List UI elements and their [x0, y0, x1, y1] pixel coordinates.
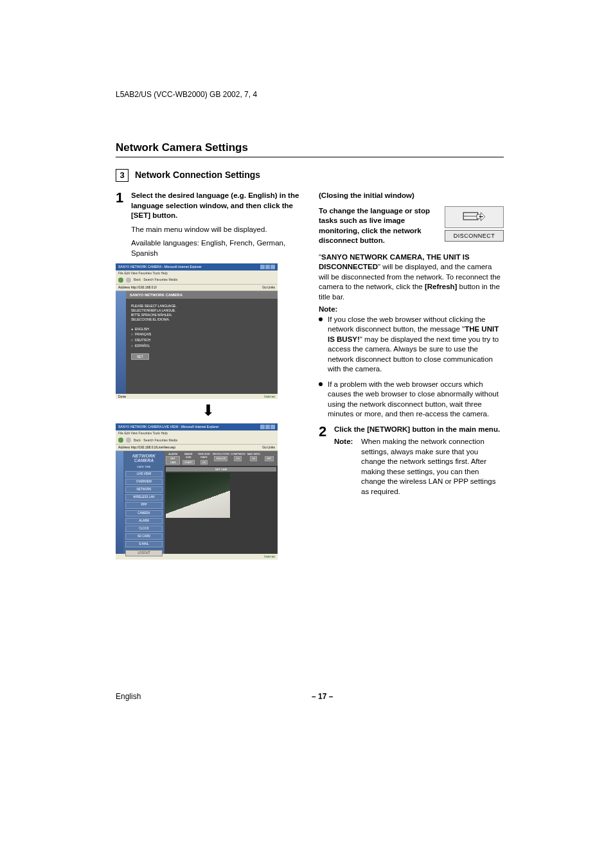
- ss1-sidebar: [116, 291, 126, 394]
- ss1-toolbar: Back · Search Favorites Media: [116, 276, 278, 285]
- ss2-window-buttons: [260, 425, 275, 429]
- ss2-main: ALARMSET CAM IMAGE SIZESTART REFLESH RAT…: [164, 451, 278, 554]
- note-bullet-2: If a problem with the web browser occurs…: [319, 380, 504, 420]
- ss2-logout: LOGOUT: [125, 550, 163, 556]
- ss1-title: SANYO NETWORK CAMERA - Microsoft Interne…: [118, 265, 202, 269]
- ss2-menu-sdcard: SD CARD: [125, 533, 163, 540]
- step-1-line-2: Available languages: English, French, Ge…: [131, 238, 301, 258]
- ss2-menu-email: E-MAIL: [125, 541, 163, 547]
- note-label: Note:: [319, 305, 504, 315]
- step-2-number: 2: [319, 425, 329, 497]
- ss2-menu-camera: CAMERA: [125, 510, 163, 517]
- subtitle-text: Network Connection Settings: [135, 170, 260, 180]
- ss1-opt-french: FRANÇAIS: [131, 332, 272, 337]
- step-2-note-body: When making the network connection setti…: [361, 437, 504, 497]
- step-1-heading: Select the desired language (e.g. Englis…: [131, 191, 299, 219]
- disconnect-icon: [445, 206, 504, 228]
- screenshot-language-select: SANYO NETWORK CAMERA - Microsoft Interne…: [116, 263, 278, 399]
- arrow-down-icon: ⬇: [116, 403, 301, 418]
- note-bullet-1: If you close the web browser without cli…: [319, 315, 504, 375]
- left-column: 1 Select the desired language (e.g. Engl…: [116, 191, 301, 563]
- ss2-menu-liveview: LIVE VIEW: [125, 471, 163, 477]
- footer-page-number: – 17 –: [312, 692, 333, 701]
- ss2-toolbar: Back · Search Favorites Media: [116, 436, 278, 445]
- ss2-menu-wireless: WIRELESS LAN: [125, 494, 163, 500]
- ss1-address-bar: Address http://192.168.0.2/ Go Links: [116, 285, 278, 291]
- section-number: 3: [116, 169, 129, 182]
- ss2-menu-overview: OVERVIEW: [125, 479, 163, 485]
- ss1-statusbar: Done Internet: [116, 394, 278, 400]
- main-title: Network Camera Settings: [116, 141, 504, 154]
- screenshot-live-view: SANYO NETWORK CAMERA LIVE VIEW - Microso…: [116, 423, 278, 559]
- footer-language: English: [116, 692, 141, 701]
- disconnected-paragraph: "SANYO NETWORK CAMERA, THE UNIT IS DISCO…: [319, 252, 504, 303]
- closing-paragraph: To change the language or stop tasks suc…: [319, 207, 430, 245]
- ss2-menu-ppp: PPP: [125, 502, 163, 508]
- ss1-opt-english: ENGLISH: [131, 327, 272, 332]
- ss2-menubar: File Edit View Favorites Tools Help: [116, 430, 278, 436]
- ss1-heading: SANYO NETWORK CAMERA: [126, 291, 278, 299]
- title-rule: [116, 157, 504, 157]
- closing-heading: (Closing the initial window): [319, 191, 504, 201]
- ss2-video-frame: [166, 473, 230, 518]
- step-2-note-label: Note:: [334, 437, 357, 497]
- ss2-menu-alarm: ALARM: [125, 518, 163, 524]
- step-1-number: 1: [116, 191, 126, 221]
- step-1-line-1: The main menu window will be displayed.: [131, 225, 301, 235]
- ss1-menubar: File Edit View Favorites Tools Help: [116, 270, 278, 276]
- disconnect-graphic: DISCONNECT: [445, 206, 504, 242]
- step-2-heading: Click the [NETWORK] button in the main m…: [334, 425, 500, 433]
- disconnect-button[interactable]: DISCONNECT: [445, 230, 504, 242]
- page-header: L5AB2/US (VCC-WB2000) GB 2002, 7, 4: [116, 90, 257, 99]
- ss2-title: SANYO NETWORK CAMERA LIVE VIEW - Microso…: [118, 425, 218, 429]
- ss2-menu-network: NETWORK: [125, 486, 163, 493]
- page-footer: English – 17 –: [116, 692, 504, 701]
- ss1-window-buttons: [260, 265, 275, 269]
- ss1-set-button: SET: [131, 353, 149, 360]
- right-column: (Closing the initial window) DISCONNECT: [319, 191, 504, 563]
- subtitle-row: 3 Network Connection Settings: [116, 169, 504, 182]
- ss2-menu-clock: CLOCK: [125, 526, 163, 532]
- ss2-sidebar: NETWORK CAMERA DATE TIME LIVE VIEW OVERV…: [123, 451, 164, 554]
- ss1-opt-spanish: ESPAÑOL: [131, 344, 272, 348]
- ss1-main: SANYO NETWORK CAMERA PLEASE SELECT LANGU…: [126, 291, 278, 394]
- ss1-opt-german: DEUTSCH: [131, 338, 272, 342]
- ss2-address-bar: Address http://192.168.0.2/LiveView.asp …: [116, 445, 278, 451]
- ss2-vtab: [116, 451, 123, 554]
